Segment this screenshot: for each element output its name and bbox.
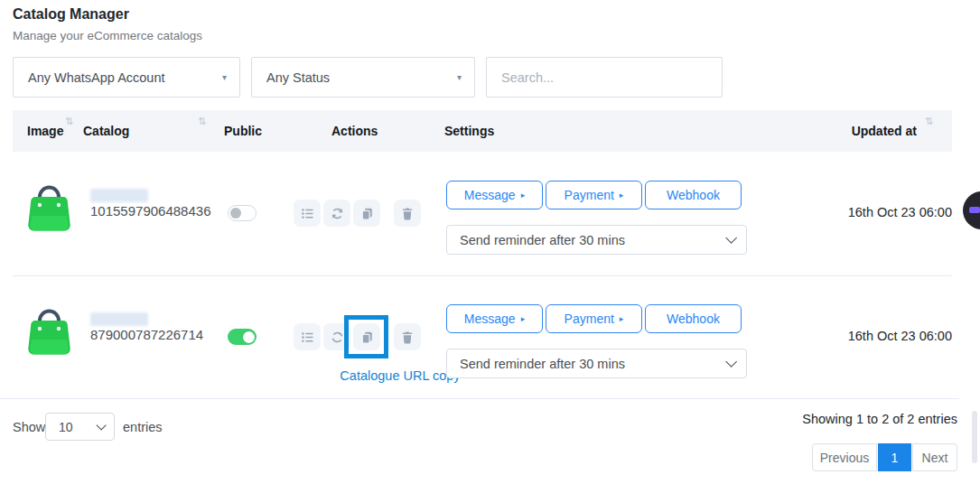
reminder-select[interactable]: Send reminder after 30 mins (446, 349, 747, 378)
public-toggle[interactable] (228, 205, 257, 221)
whatsapp-account-dropdown[interactable]: Any WhatsApp Account ▾ (13, 57, 240, 98)
annotation-highlight-box (344, 315, 388, 358)
message-button-label: Message (464, 188, 516, 202)
sort-icon[interactable]: ⇅ (65, 116, 73, 127)
catalog-image (24, 302, 74, 358)
copy-icon (360, 207, 374, 220)
column-header-catalog[interactable]: Catalog (83, 110, 129, 152)
status-dropdown[interactable]: Any Status ▾ (251, 57, 475, 98)
page-subtitle: Manage your eCommerce catalogs (13, 29, 202, 42)
updated-at-value: 16th Oct 23 06:00 (813, 205, 952, 219)
sync-catalog-button[interactable] (323, 200, 350, 227)
webhook-button-label: Webhook (667, 188, 720, 202)
submenu-caret-icon: ▸ (620, 191, 624, 200)
page-size-value: 10 (59, 420, 73, 434)
scrollbar-thumb[interactable] (972, 411, 977, 463)
list-icon (301, 330, 314, 344)
webhook-settings-button[interactable]: Webhook (645, 181, 742, 209)
message-button-label: Message (464, 312, 516, 326)
catalog-name-redacted (90, 312, 148, 326)
row-divider (13, 275, 952, 276)
submenu-caret-icon: ▸ (521, 191, 526, 200)
toggle-knob (230, 208, 241, 219)
payment-settings-button[interactable]: Payment ▸ (546, 181, 642, 209)
payment-settings-button[interactable]: Payment ▸ (546, 304, 642, 333)
toggle-knob (243, 331, 255, 343)
trash-icon (401, 330, 414, 344)
submenu-caret-icon: ▸ (521, 315, 526, 323)
column-header-actions: Actions (331, 110, 378, 152)
search-input[interactable] (486, 57, 723, 98)
message-settings-button[interactable]: Message ▸ (446, 181, 543, 209)
public-toggle[interactable] (228, 329, 257, 345)
sort-icon[interactable]: ⇅ (198, 116, 206, 127)
reminder-select-value: Send reminder after 30 mins (460, 357, 625, 371)
widget-glyph-icon (969, 207, 980, 213)
floating-widget-button[interactable] (963, 191, 980, 229)
column-header-updated-at[interactable]: Updated at (840, 110, 917, 152)
chevron-down-icon (725, 356, 737, 368)
status-dropdown-value: Any Status (266, 70, 330, 85)
column-header-image[interactable]: Image (27, 110, 63, 152)
page-size-select[interactable]: 10 (45, 413, 115, 441)
show-label: Show (13, 420, 45, 434)
list-products-button[interactable] (294, 200, 321, 227)
updated-at-value: 16th Oct 23 06:00 (813, 329, 952, 343)
dropdown-caret-icon: ▾ (222, 72, 227, 82)
webhook-settings-button[interactable]: Webhook (645, 304, 742, 333)
trash-icon (401, 207, 414, 220)
current-page-button[interactable]: 1 (878, 443, 911, 471)
message-settings-button[interactable]: Message ▸ (446, 304, 543, 333)
refresh-icon (331, 207, 344, 220)
reminder-select-value: Send reminder after 30 mins (460, 233, 625, 247)
column-header-settings: Settings (444, 110, 494, 152)
copy-catalog-url-button[interactable] (353, 200, 380, 227)
submenu-caret-icon: ▸ (620, 315, 624, 323)
catalog-manager-page: Catalog Manager Manage your eCommerce ca… (0, 0, 980, 484)
payment-button-label: Payment (565, 312, 614, 326)
delete-catalog-button[interactable] (394, 200, 421, 227)
reminder-select[interactable]: Send reminder after 30 mins (446, 225, 747, 255)
entries-label: entries (123, 420, 163, 434)
footer-divider (0, 398, 959, 399)
showing-entries-text: Showing 1 to 2 of 2 entries (750, 412, 957, 426)
next-page-button[interactable]: Next (912, 443, 957, 471)
chevron-down-icon (725, 232, 737, 244)
delete-catalog-button[interactable] (394, 323, 421, 350)
catalog-id: 879000787226714 (90, 327, 203, 342)
previous-page-button[interactable]: Previous (812, 443, 877, 471)
webhook-button-label: Webhook (667, 312, 720, 326)
catalog-image (24, 178, 74, 234)
payment-button-label: Payment (565, 188, 614, 202)
page-title: Catalog Manager (13, 6, 129, 23)
column-header-public: Public (224, 110, 262, 152)
chevron-down-icon (96, 420, 106, 430)
catalog-name-redacted (90, 189, 148, 202)
list-products-button[interactable] (294, 323, 321, 350)
dropdown-caret-icon: ▾ (457, 72, 462, 82)
catalog-id: 1015597906488436 (90, 203, 210, 219)
sort-icon[interactable]: ⇅ (925, 116, 933, 127)
whatsapp-account-dropdown-value: Any WhatsApp Account (28, 70, 165, 85)
list-icon (301, 207, 314, 220)
refresh-icon (331, 330, 344, 344)
